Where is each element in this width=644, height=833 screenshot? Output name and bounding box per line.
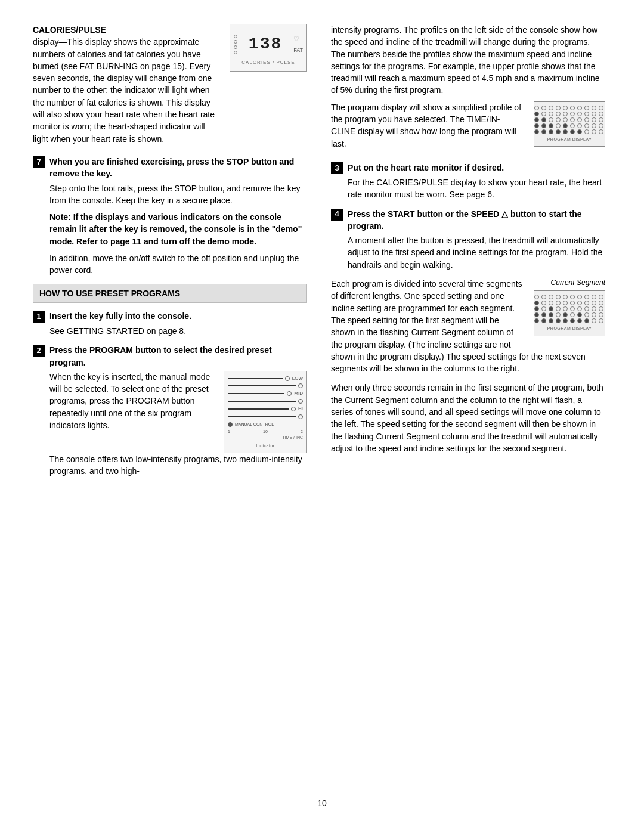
- pd: [549, 306, 553, 311]
- pd: [563, 112, 568, 116]
- pd: [563, 117, 568, 122]
- pd: [549, 117, 553, 122]
- step-7-body: Step onto the foot rails, press the STOP…: [49, 182, 307, 277]
- pd: [584, 312, 589, 317]
- pd: [556, 318, 561, 323]
- step-2-body: When the key is inserted, the manual mod…: [49, 371, 307, 478]
- ind-row-low: LOW: [228, 375, 303, 382]
- step-2-number: 2: [33, 345, 45, 357]
- pd: [534, 112, 539, 116]
- pd: [599, 306, 603, 311]
- ind-manual-row: MANUAL CONTROL: [228, 422, 303, 428]
- pd: [563, 106, 568, 110]
- ind-row-4: [228, 399, 303, 404]
- ind-time-10: 10: [263, 429, 268, 435]
- ind-label-mid: MID: [294, 390, 303, 397]
- display-inner: 138 ♡ FAT: [234, 32, 303, 57]
- pd: [599, 112, 603, 116]
- pd: [541, 312, 546, 317]
- pd: [549, 318, 553, 323]
- program-display-widget-1: PROGRAM DISPLAY: [534, 101, 605, 147]
- step-4-number: 4: [331, 209, 343, 221]
- calories-display-widget: 138 ♡ FAT CALORIES / PULSE: [230, 24, 307, 72]
- pd: [556, 123, 561, 128]
- ind-label-hi: HI: [298, 405, 303, 413]
- pd: [541, 106, 546, 110]
- pd: [549, 312, 553, 317]
- pd: [592, 306, 596, 311]
- pd: [577, 123, 582, 128]
- pd: [541, 295, 546, 299]
- program-display-block-1: The program display will show a simplifi…: [331, 101, 605, 154]
- step-1-body: See GETTING STARTED on page 8.: [49, 325, 307, 337]
- pd: [556, 129, 561, 134]
- step-3-block: 3 Put on the heart rate monitor if desir…: [331, 162, 605, 201]
- pd: [541, 318, 546, 323]
- pd: [592, 123, 596, 128]
- step-7-header: 7 When you are finished exercising, pres…: [33, 156, 307, 180]
- pd: [577, 306, 582, 311]
- step-2-title: Press the PROGRAM button to select the d…: [49, 344, 307, 368]
- calories-para: display—This display shows the approxima…: [33, 37, 215, 143]
- ind-circle-6: [298, 414, 303, 419]
- prog-display-label-2: PROGRAM DISPLAY: [538, 326, 601, 332]
- pd: [592, 318, 596, 323]
- ind-line-hi: [228, 408, 289, 410]
- pd: [534, 312, 539, 317]
- right-intensity-para: intensity programs. The profiles on the …: [331, 24, 605, 97]
- pd: [599, 129, 603, 134]
- step-3-header: 3 Put on the heart rate monitor if desir…: [331, 162, 605, 174]
- pd: [570, 318, 575, 323]
- step-3-number: 3: [331, 162, 343, 174]
- ind-row-2: [228, 383, 303, 388]
- pd: [563, 301, 568, 305]
- pd: [570, 112, 575, 116]
- pd: [563, 306, 568, 311]
- pd: [534, 117, 539, 122]
- step-4-block: 4 Press the START button or the SPEED △ …: [331, 208, 605, 271]
- ind-line-4: [228, 401, 296, 402]
- pd: [570, 306, 575, 311]
- ind-circle-4: [298, 399, 303, 404]
- step-4-header: 4 Press the START button or the SPEED △ …: [331, 208, 605, 233]
- ind-footer: Indicator: [228, 443, 303, 449]
- pd: [563, 129, 568, 134]
- step-4-body: A moment after the button is pressed, th…: [348, 234, 605, 271]
- ind-circle-mid: [287, 391, 292, 396]
- program-display-widget-2: PROGRAM DISPLAY: [534, 290, 605, 336]
- ind-line-2: [228, 385, 296, 386]
- dot: [234, 40, 237, 44]
- pd: [592, 295, 596, 299]
- pd: [584, 117, 589, 122]
- display-number: 138: [240, 32, 291, 57]
- pd: [563, 312, 568, 317]
- pd: [549, 301, 553, 305]
- step-1-header: 1 Insert the key fully into the console.: [33, 310, 307, 323]
- pd: [584, 301, 589, 305]
- preset-programs-header: HOW TO USE PRESET PROGRAMS: [33, 284, 307, 303]
- fat-label: FAT: [293, 47, 303, 54]
- pd: [577, 112, 582, 116]
- ind-time-inc: TIME / INC: [228, 435, 303, 441]
- pd: [599, 295, 603, 299]
- step-2-block: 2 Press the PROGRAM button to select the…: [33, 344, 307, 478]
- pd: [556, 106, 561, 110]
- pd: [592, 301, 596, 305]
- pd: [556, 112, 561, 116]
- ind-line-low: [228, 378, 283, 379]
- pd: [534, 123, 539, 128]
- pd: [534, 295, 539, 299]
- step-2-text: When the key is inserted, the manual mod…: [49, 371, 216, 436]
- program-display-float: Current Segment: [534, 278, 605, 336]
- pd: [570, 117, 575, 122]
- pd: [534, 301, 539, 305]
- pd: [534, 318, 539, 323]
- pd: [534, 129, 539, 134]
- pd: [556, 295, 561, 299]
- step-3-title: Put on the heart rate monitor if desired…: [348, 162, 504, 174]
- ind-time-row: 1 10 2: [228, 429, 303, 435]
- indicator-diagram: LOW MID: [224, 371, 307, 453]
- pd: [592, 112, 596, 116]
- two-column-layout: CALORIES/PULSE display—This display show…: [33, 24, 611, 785]
- step-7-title: When you are finished exercising, press …: [49, 156, 307, 180]
